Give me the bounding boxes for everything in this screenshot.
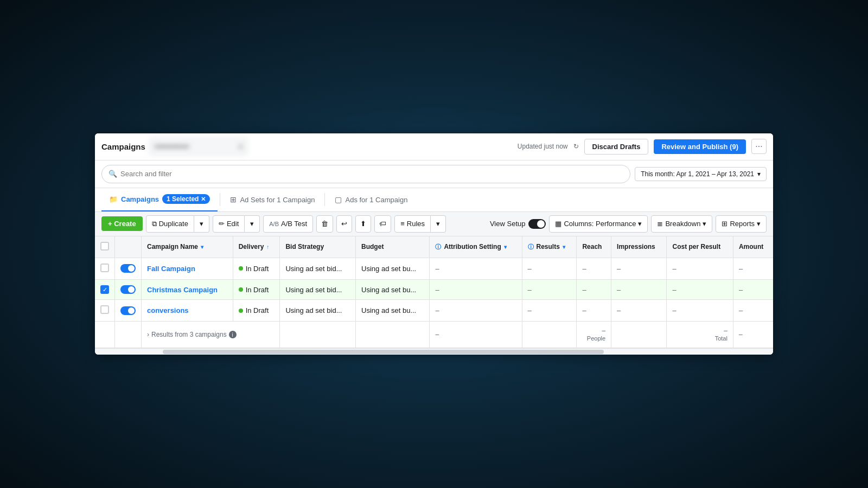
chevron-right-icon: › bbox=[147, 331, 149, 338]
search-input[interactable] bbox=[120, 170, 623, 178]
row-checkbox-cell[interactable] bbox=[95, 279, 115, 300]
campaign-name-link[interactable]: Fall Campaign bbox=[147, 265, 195, 273]
tab-ads[interactable]: ▢ Ads for 1 Campaign bbox=[327, 188, 415, 211]
manager-panel: Campaigns •••••••••••••• ▾ Updated just … bbox=[95, 133, 773, 355]
rules-dropdown-button[interactable]: ▾ bbox=[431, 215, 446, 233]
deselect-button[interactable]: ✕ bbox=[201, 196, 206, 203]
columns-label: Columns: Performance bbox=[564, 220, 636, 228]
th-campaign-name[interactable]: Campaign Name ▾ bbox=[142, 236, 233, 258]
reports-label: Reports bbox=[730, 220, 755, 228]
campaign-toggle[interactable] bbox=[120, 264, 136, 273]
row-amount: – bbox=[733, 279, 773, 300]
campaign-selector[interactable]: •••••••••••••• ▾ bbox=[150, 138, 247, 155]
row-delivery: In Draft bbox=[233, 300, 280, 322]
row-checkbox-cell[interactable] bbox=[95, 258, 115, 279]
impressions-value: – bbox=[617, 265, 621, 273]
breakdown-label: Breakdown bbox=[665, 220, 700, 228]
discard-drafts-button[interactable]: Discard Drafts bbox=[584, 139, 649, 155]
row-cost-per-result: – bbox=[667, 300, 733, 322]
row-attribution: – bbox=[430, 300, 522, 322]
th-amount-label: Amount bbox=[739, 243, 763, 251]
search-input-wrap[interactable]: 🔍 bbox=[101, 165, 630, 183]
create-button[interactable]: + Create bbox=[101, 216, 143, 231]
amount-value: – bbox=[739, 265, 743, 273]
duplicate-label: Duplicate bbox=[159, 220, 188, 228]
th-cost-per-result[interactable]: Cost per Result bbox=[667, 236, 733, 258]
campaign-name-link[interactable]: Christmas Campaign bbox=[147, 286, 218, 294]
row-checkbox[interactable] bbox=[100, 264, 109, 272]
more-options-button[interactable]: ··· bbox=[751, 139, 767, 154]
th-budget-label: Budget bbox=[361, 243, 384, 251]
summary-impressions bbox=[611, 322, 667, 348]
chevron-down-icon: ▾ bbox=[250, 220, 254, 228]
th-reach[interactable]: Reach bbox=[577, 236, 611, 258]
toolbar: + Create ⧉ Duplicate ▾ ✏ Edit ▾ A/B A/B … bbox=[95, 212, 773, 236]
tab-adsets[interactable]: ⊞ Ad Sets for 1 Campaign bbox=[222, 188, 322, 211]
campaigns-table-wrap: Campaign Name ▾ Delivery ↑ Bid Strategy bbox=[95, 236, 773, 349]
delivery-dot bbox=[239, 266, 243, 271]
review-publish-button[interactable]: Review and Publish (9) bbox=[654, 139, 746, 154]
th-delivery[interactable]: Delivery ↑ bbox=[233, 236, 280, 258]
row-campaign-name: Christmas Campaign bbox=[142, 279, 233, 300]
horizontal-scrollbar[interactable] bbox=[95, 348, 773, 355]
columns-button[interactable]: ▦ Columns: Performance ▾ bbox=[549, 215, 648, 233]
th-impressions[interactable]: Impressions bbox=[611, 236, 667, 258]
rules-button[interactable]: ≡ Rules bbox=[394, 215, 431, 233]
th-attribution-label: Attribution Setting bbox=[444, 243, 501, 251]
results-chevron: ▾ bbox=[563, 244, 565, 250]
summary-expand-btn[interactable]: › Results from 3 campaigns i bbox=[147, 331, 274, 338]
scrollbar-thumb[interactable] bbox=[163, 350, 604, 354]
attribution-value: – bbox=[435, 306, 439, 314]
th-select-all[interactable] bbox=[95, 236, 115, 258]
campaign-toggle[interactable] bbox=[120, 285, 136, 294]
row-toggle-cell[interactable] bbox=[115, 300, 142, 322]
ab-test-button[interactable]: A/B A/B Test bbox=[263, 215, 313, 233]
selected-count-text: 1 Selected bbox=[167, 195, 199, 203]
campaign-toggle[interactable] bbox=[120, 306, 136, 315]
campaigns-title: Campaigns bbox=[101, 142, 145, 151]
th-amount[interactable]: Amount bbox=[733, 236, 773, 258]
th-budget[interactable]: Budget bbox=[356, 236, 430, 258]
row-campaign-name: conversions bbox=[142, 300, 233, 322]
archive-button[interactable]: ⬆ bbox=[355, 215, 371, 233]
undo-button[interactable]: ↩ bbox=[336, 215, 352, 233]
campaign-name-link[interactable]: conversions bbox=[147, 306, 189, 314]
row-toggle-cell[interactable] bbox=[115, 279, 142, 300]
view-setup-toggle[interactable] bbox=[528, 219, 546, 229]
bid-strategy-text: Using ad set bid... bbox=[285, 286, 342, 294]
top-bar: Campaigns •••••••••••••• ▾ Updated just … bbox=[95, 133, 773, 160]
edit-button[interactable]: ✏ Edit bbox=[213, 215, 245, 233]
duplicate-button[interactable]: ⧉ Duplicate bbox=[146, 215, 194, 233]
view-setup-label: View Setup bbox=[490, 220, 526, 228]
date-range-text: This month: Apr 1, 2021 – Apr 13, 2021 bbox=[641, 170, 754, 178]
row-budget: Using ad set bu... bbox=[356, 300, 430, 322]
row-results: – bbox=[522, 279, 577, 300]
th-results[interactable]: ⓘ Results ▾ bbox=[522, 236, 577, 258]
cost-value: – bbox=[672, 306, 676, 314]
reports-button[interactable]: ⊞ Reports ▾ bbox=[716, 215, 767, 233]
delivery-text: In Draft bbox=[246, 286, 269, 294]
row-checkbox-cell[interactable] bbox=[95, 300, 115, 322]
select-all-checkbox[interactable] bbox=[100, 242, 109, 251]
refresh-icon[interactable]: ↻ bbox=[573, 143, 579, 150]
row-toggle-cell[interactable] bbox=[115, 258, 142, 279]
row-results: – bbox=[522, 258, 577, 279]
tab-campaigns[interactable]: 📁 Campaigns 1 Selected ✕ bbox=[101, 188, 218, 211]
edit-dropdown-button[interactable]: ▾ bbox=[245, 215, 260, 233]
reach-value: – bbox=[582, 286, 586, 294]
ads-icon: ▢ bbox=[335, 195, 342, 204]
th-attribution[interactable]: ⓘ Attribution Setting ▾ bbox=[430, 236, 522, 258]
row-checkbox[interactable] bbox=[100, 285, 109, 294]
row-budget: Using ad set bu... bbox=[356, 258, 430, 279]
tag-button[interactable]: 🏷 bbox=[374, 215, 391, 233]
breakdown-button[interactable]: ≣ Breakdown ▾ bbox=[651, 215, 712, 233]
top-bar-right: Updated just now ↻ Discard Drafts Review… bbox=[518, 139, 767, 155]
date-range-button[interactable]: This month: Apr 1, 2021 – Apr 13, 2021 ▾ bbox=[635, 167, 767, 181]
chevron-down-icon: ▾ bbox=[757, 220, 761, 228]
row-bid-strategy: Using ad set bid... bbox=[280, 279, 356, 300]
th-bid-strategy[interactable]: Bid Strategy bbox=[280, 236, 356, 258]
delete-button[interactable]: 🗑 bbox=[316, 215, 333, 233]
row-checkbox[interactable] bbox=[100, 305, 109, 314]
duplicate-dropdown-button[interactable]: ▾ bbox=[194, 215, 209, 233]
row-reach: – bbox=[577, 300, 611, 322]
